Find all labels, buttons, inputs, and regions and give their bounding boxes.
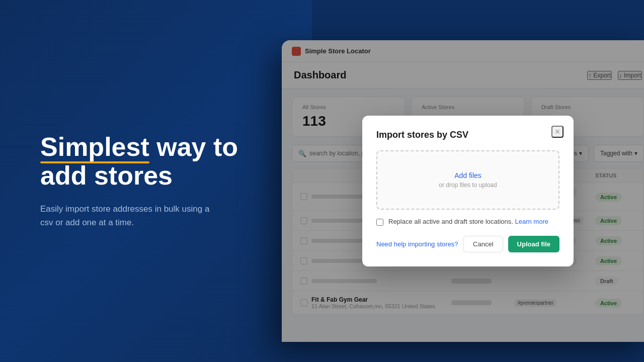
upload-file-button[interactable]: Upload file bbox=[508, 236, 559, 252]
hero-subtitle: Easily import store addresses in bulk us… bbox=[40, 202, 221, 229]
replace-stores-label: Replace all active and draft store locat… bbox=[388, 218, 548, 225]
replace-stores-row: Replace all active and draft store locat… bbox=[376, 218, 559, 226]
modal-actions: Cancel Upload file bbox=[463, 236, 559, 252]
replace-stores-checkbox[interactable] bbox=[376, 219, 383, 226]
file-drop-zone[interactable]: Add files or drop files to upload bbox=[376, 150, 559, 210]
hero-section: Simplest way to add stores Easily import… bbox=[0, 0, 312, 362]
cancel-button[interactable]: Cancel bbox=[463, 236, 503, 252]
drop-hint: or drop files to upload bbox=[387, 182, 548, 189]
modal-overlay: Import stores by CSV × Add files or drop… bbox=[282, 40, 644, 342]
hero-title: Simplest way to add stores bbox=[40, 133, 282, 190]
help-link[interactable]: Need help importing stores? bbox=[376, 240, 458, 248]
import-modal: Import stores by CSV × Add files or drop… bbox=[362, 116, 574, 266]
modal-title: Import stores by CSV bbox=[376, 130, 559, 140]
hero-title-word1: Simplest bbox=[40, 133, 149, 161]
modal-close-button[interactable]: × bbox=[551, 126, 564, 138]
learn-more-link[interactable]: Learn more bbox=[515, 218, 548, 225]
add-files-button[interactable]: Add files bbox=[387, 171, 548, 179]
dashboard-container: Simple Store Locator Dashboard ↑ Export … bbox=[282, 40, 644, 342]
modal-footer: Need help importing stores? Cancel Uploa… bbox=[376, 236, 559, 252]
